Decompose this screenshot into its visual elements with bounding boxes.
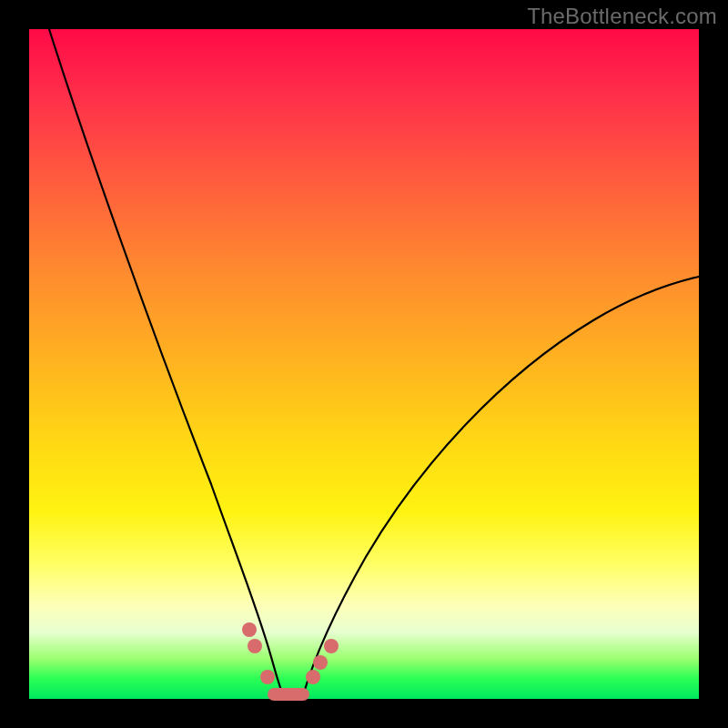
right-curve [302, 277, 699, 699]
plot-area [29, 29, 699, 699]
svg-point-5 [324, 639, 339, 653]
svg-point-2 [260, 670, 275, 684]
watermark-text: TheBottleneck.com [527, 4, 717, 29]
curve-layer [29, 29, 699, 699]
svg-point-1 [248, 639, 262, 653]
valley-marker [268, 688, 309, 701]
left-curve [49, 29, 284, 699]
svg-point-4 [313, 655, 328, 670]
chart-frame: TheBottleneck.com [0, 0, 728, 728]
svg-point-3 [306, 670, 320, 684]
svg-point-0 [242, 622, 257, 637]
